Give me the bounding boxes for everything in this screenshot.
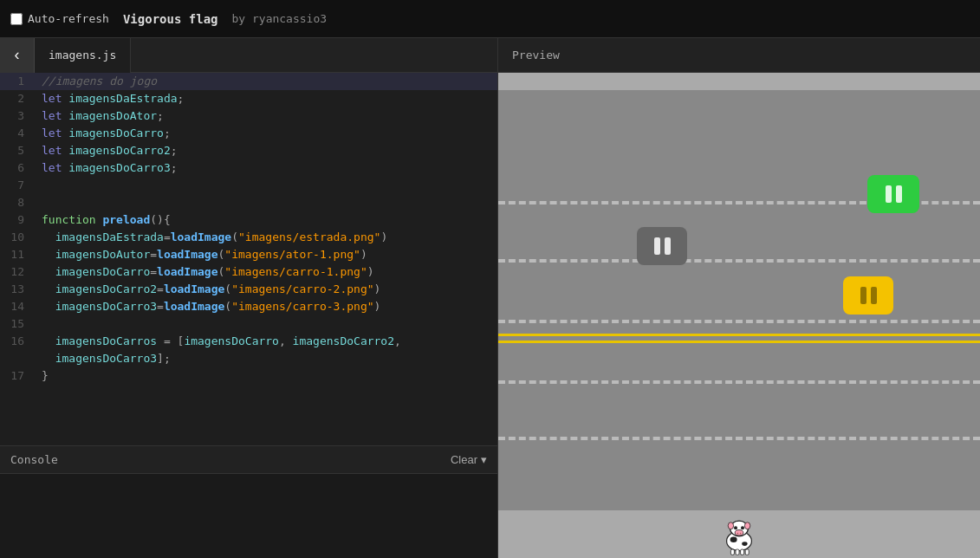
left-panel: ‹ imagens.js 1 //imagens do jogo 2 let i…	[0, 38, 498, 558]
svg-point-10	[742, 542, 747, 546]
bar-right	[896, 185, 902, 203]
file-tab-imagens[interactable]: imagens.js	[35, 38, 131, 73]
svg-point-3	[744, 522, 750, 529]
auto-refresh-checkbox[interactable]	[10, 13, 23, 25]
code-line: 4 let imagensDoCarro;	[0, 125, 497, 142]
main-layout: ‹ imagens.js 1 //imagens do jogo 2 let i…	[0, 38, 980, 558]
author-label: by ryancassio3	[232, 12, 328, 25]
code-lines: 1 //imagens do jogo 2 let imagensDaEstra…	[0, 73, 497, 385]
code-line: 3 let imagensDoAtor;	[0, 107, 497, 125]
yellow-dash-2	[498, 341, 980, 343]
code-line: imagensDoCarro3];	[0, 350, 497, 367]
car-yellow	[843, 276, 893, 315]
lane-dash-3	[498, 320, 980, 323]
code-line: 1 //imagens do jogo	[0, 73, 497, 90]
svg-rect-14	[745, 549, 749, 555]
console-label: Console	[10, 453, 58, 466]
code-line: 6 let imagensDoCarro3;	[0, 159, 497, 177]
code-line: 12 imagensDoCarro=loadImage("imagens/car…	[0, 263, 497, 281]
lane-dash-2	[498, 259, 980, 263]
canvas-bottom-strip	[498, 510, 980, 558]
code-line: 2 let imagensDaEstrada;	[0, 90, 497, 107]
svg-point-5	[741, 526, 744, 529]
code-line: 8	[0, 194, 497, 211]
right-panel: Preview	[498, 38, 980, 558]
lane-dash-4	[498, 380, 980, 384]
car-green-icon	[886, 185, 902, 203]
console-body	[0, 474, 497, 558]
car-yellow-icon	[860, 287, 877, 304]
bar-left	[886, 185, 892, 203]
lane-line-2	[498, 259, 980, 263]
chevron-down-icon: ▾	[481, 453, 487, 466]
yellow-line-1	[498, 333, 980, 336]
svg-point-9	[730, 537, 737, 542]
code-line: 11 imagensDoAutor=loadImage("imagens/ato…	[0, 246, 497, 263]
bar-right	[871, 287, 877, 304]
console-header: Console Clear ▾	[0, 446, 497, 474]
car-gray	[637, 227, 687, 265]
back-button[interactable]: ‹	[0, 38, 35, 73]
bar-left	[654, 237, 660, 255]
file-tabbar: ‹ imagens.js	[0, 38, 497, 73]
code-line: 14 imagensDoCarro3=loadImage("imagens/ca…	[0, 298, 497, 315]
svg-rect-13	[741, 549, 744, 555]
lane-line-4	[498, 380, 980, 384]
lane-line-3	[498, 320, 980, 323]
auto-refresh-toggle[interactable]: Auto-refresh	[10, 12, 109, 25]
car-green	[867, 175, 919, 213]
code-line: 16 imagensDoCarros = [imagensDoCarro, im…	[0, 333, 497, 350]
lane-line-5	[498, 437, 980, 440]
game-canvas	[498, 73, 980, 558]
preview-header: Preview	[498, 38, 980, 73]
console-panel: Console Clear ▾	[0, 445, 497, 558]
code-editor[interactable]: 1 //imagens do jogo 2 let imagensDaEstra…	[0, 73, 497, 445]
auto-refresh-label: Auto-refresh	[28, 12, 109, 25]
code-line: 7	[0, 177, 497, 194]
svg-rect-11	[730, 549, 734, 555]
code-line: 5 let imagensDoCarro2;	[0, 142, 497, 159]
svg-point-7	[737, 533, 739, 535]
bar-right	[665, 237, 671, 255]
topbar: Auto-refresh Vigorous flag by ryancassio…	[0, 0, 980, 38]
bar-left	[860, 287, 866, 304]
code-line: 9▾ function preload(){	[0, 211, 497, 229]
code-line: 10 imagensDaEstrada=loadImage("imagens/e…	[0, 229, 497, 246]
clear-button[interactable]: Clear ▾	[451, 453, 487, 466]
svg-point-6	[735, 530, 743, 535]
canvas-top-strip	[498, 73, 980, 90]
yellow-dash-1	[498, 334, 980, 336]
code-line: 15	[0, 315, 497, 333]
code-line: 17 }	[0, 367, 497, 385]
lane-dash-5	[498, 437, 980, 440]
code-line: 13 imagensDoCarro2=loadImage("imagens/ca…	[0, 281, 497, 298]
svg-point-8	[740, 533, 742, 535]
svg-point-2	[728, 522, 733, 529]
clear-label: Clear	[451, 453, 477, 466]
preview-label: Preview	[512, 49, 560, 62]
yellow-line-2	[498, 340, 980, 343]
svg-rect-12	[736, 549, 739, 555]
cow-character	[718, 515, 760, 556]
project-title: Vigorous flag	[123, 12, 218, 26]
file-tab-label: imagens.js	[49, 49, 116, 62]
svg-point-4	[734, 526, 737, 529]
car-gray-icon	[654, 237, 671, 255]
